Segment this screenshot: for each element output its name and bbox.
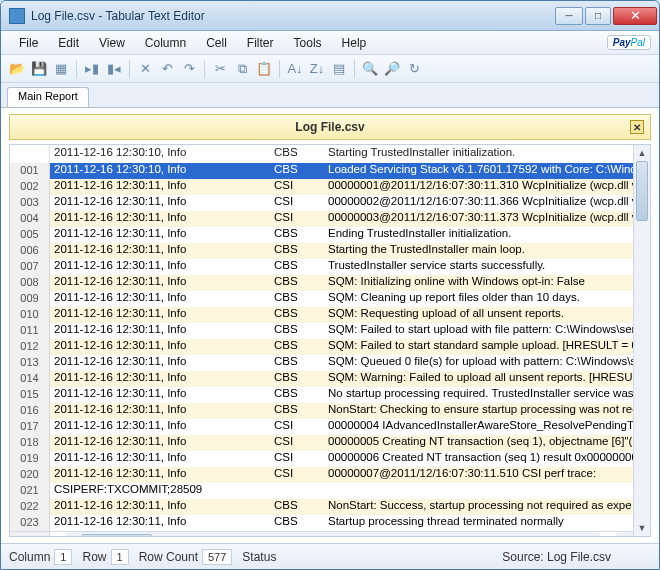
vertical-scrollbar[interactable]: ▲ ▼ [633,145,650,536]
zoom-out-icon[interactable]: 🔎 [382,59,402,79]
cell-message[interactable]: SQM: Requesting upload of all unsent rep… [322,307,633,323]
horizontal-scrollbar[interactable]: ◀ ▶ [10,531,633,536]
cell-source[interactable]: CSI [272,451,322,467]
sort-asc-icon[interactable]: A↓ [285,59,305,79]
maximize-button[interactable]: □ [585,7,611,25]
cell-message[interactable]: NonStart: Success, startup processing no… [322,499,633,515]
cell-source[interactable]: CSI [272,195,322,211]
cell-source[interactable]: CBS [272,243,322,259]
paste-icon[interactable]: 📋 [254,59,274,79]
open-icon[interactable]: 📂 [7,59,27,79]
delete-icon[interactable]: ✕ [135,59,155,79]
cell-source[interactable]: CBS [272,339,322,355]
cell-message[interactable]: SQM: Failed to start standard sample upl… [322,339,633,355]
cell-time[interactable]: 2011-12-16 12:30:11, Info [50,323,272,339]
grid-icon[interactable]: ▤ [329,59,349,79]
table-row[interactable]: 0092011-12-16 12:30:11, InfoCBSSQM: Clea… [10,291,633,307]
paypal-badge[interactable]: PayPal [607,35,651,50]
table-row[interactable]: 0182011-12-16 12:30:11, InfoCSI00000005 … [10,435,633,451]
cell-source[interactable]: CSI [272,179,322,195]
sort-desc-icon[interactable]: Z↓ [307,59,327,79]
cell-time[interactable]: 2011-12-16 12:30:11, Info [50,451,272,467]
table-row[interactable]: 0152011-12-16 12:30:11, InfoCBSNo startu… [10,387,633,403]
table-row[interactable]: 0042011-12-16 12:30:11, InfoCSI00000003@… [10,211,633,227]
cell-source[interactable]: CBS [272,163,322,179]
menu-view[interactable]: View [89,33,135,53]
menu-filter[interactable]: Filter [237,33,284,53]
table-row[interactable]: 0112011-12-16 12:30:11, InfoCBSSQM: Fail… [10,323,633,339]
table-row[interactable]: 0012011-12-16 12:30:10, InfoCBSLoaded Se… [10,163,633,179]
cell-message[interactable]: 00000003@2011/12/16:07:30:11.373 WcpInit… [322,211,633,227]
cell-time[interactable]: 2011-12-16 12:30:11, Info [50,227,272,243]
table-row[interactable]: 0132011-12-16 12:30:11, InfoCBSSQM: Queu… [10,355,633,371]
cell-time[interactable]: 2011-12-16 12:30:11, Info [50,419,272,435]
table-row[interactable]: 0172011-12-16 12:30:11, InfoCSI00000004 … [10,419,633,435]
copy-icon[interactable]: ⧉ [232,59,252,79]
cell-source[interactable]: CBS [272,307,322,323]
table-row[interactable]: 0082011-12-16 12:30:11, InfoCBSSQM: Init… [10,275,633,291]
redo-icon[interactable]: ↷ [179,59,199,79]
run-end-icon[interactable]: ▮◂ [104,59,124,79]
menu-column[interactable]: Column [135,33,196,53]
cell-time[interactable]: 2011-12-16 12:30:11, Info [50,259,272,275]
cell-source[interactable]: CBS [272,323,322,339]
undo-icon[interactable]: ↶ [157,59,177,79]
cell-source[interactable]: CBS [272,371,322,387]
table-row[interactable]: 0202011-12-16 12:30:11, InfoCSI00000007@… [10,467,633,483]
cell-message[interactable]: 00000006 Created NT transaction (seq 1) … [322,451,633,467]
cell-time[interactable]: 2011-12-16 12:30:11, Info [50,387,272,403]
table-row[interactable]: 0102011-12-16 12:30:11, InfoCBSSQM: Requ… [10,307,633,323]
tab-main-report[interactable]: Main Report [7,87,89,107]
cell-message[interactable]: SQM: Failed to start upload with file pa… [322,323,633,339]
cell-time[interactable]: 2011-12-16 12:30:11, Info [50,499,272,515]
cell-time[interactable]: 2011-12-16 12:30:11, Info [50,195,272,211]
table-row[interactable]: 0072011-12-16 12:30:11, InfoCBSTrustedIn… [10,259,633,275]
cell-source[interactable]: CBS [272,355,322,371]
cell-message[interactable]: Ending TrustedInstaller initialization. [322,227,633,243]
cell-source[interactable] [272,483,322,499]
cell-message[interactable]: Loaded Servicing Stack v6.1.7601.17592 w… [322,163,633,179]
cell-message[interactable]: Starting the TrustedInstaller main loop. [322,243,633,259]
col-header-source[interactable]: CBS [272,145,322,163]
menu-edit[interactable]: Edit [48,33,89,53]
cell-time[interactable]: 2011-12-16 12:30:11, Info [50,307,272,323]
table-row[interactable]: 0052011-12-16 12:30:11, InfoCBSEnding Tr… [10,227,633,243]
cell-source[interactable]: CSI [272,419,322,435]
table-row[interactable]: 0222011-12-16 12:30:11, InfoCBSNonStart:… [10,499,633,515]
title-bar[interactable]: Log File.csv - Tabular Text Editor ─ □ ✕ [1,1,659,31]
cell-source[interactable]: CBS [272,403,322,419]
cell-message[interactable]: No startup processing required. TrustedI… [322,387,633,403]
col-header-time[interactable]: 2011-12-16 12:30:10, Info [50,145,272,163]
v-scroll-thumb[interactable] [636,161,648,221]
table-row[interactable]: 0232011-12-16 12:30:11, InfoCBSStartup p… [10,515,633,531]
table-row[interactable]: 0162011-12-16 12:30:11, InfoCBSNonStart:… [10,403,633,419]
cell-message[interactable]: SQM: Queued 0 file(s) for upload with pa… [322,355,633,371]
table-row[interactable]: 0142011-12-16 12:30:11, InfoCBSSQM: Warn… [10,371,633,387]
refresh-icon[interactable]: ↻ [404,59,424,79]
cell-time[interactable]: 2011-12-16 12:30:11, Info [50,291,272,307]
cell-time[interactable]: CSIPERF:TXCOMMIT;28509 [50,483,272,499]
cell-message[interactable]: 00000007@2011/12/16:07:30:11.510 CSI per… [322,467,633,483]
cell-time[interactable]: 2011-12-16 12:30:11, Info [50,211,272,227]
zoom-in-icon[interactable]: 🔍 [360,59,380,79]
save-icon[interactable]: 💾 [29,59,49,79]
cell-time[interactable]: 2011-12-16 12:30:11, Info [50,243,272,259]
cell-source[interactable]: CBS [272,291,322,307]
cell-message[interactable] [322,483,633,499]
h-scroll-thumb[interactable] [82,534,152,536]
cell-message[interactable]: TrustedInstaller service starts successf… [322,259,633,275]
cell-source[interactable]: CSI [272,211,322,227]
cell-time[interactable]: 2011-12-16 12:30:10, Info [50,163,272,179]
close-button[interactable]: ✕ [613,7,657,25]
cell-message[interactable]: 00000004 IAdvancedInstallerAwareStore_Re… [322,419,633,435]
cell-time[interactable]: 2011-12-16 12:30:11, Info [50,355,272,371]
cell-message[interactable]: SQM: Initializing online with Windows op… [322,275,633,291]
cell-source[interactable]: CSI [272,467,322,483]
menu-tools[interactable]: Tools [284,33,332,53]
cell-time[interactable]: 2011-12-16 12:30:11, Info [50,467,272,483]
cell-message[interactable]: 00000005 Creating NT transaction (seq 1)… [322,435,633,451]
minimize-button[interactable]: ─ [555,7,583,25]
cell-time[interactable]: 2011-12-16 12:30:11, Info [50,339,272,355]
cell-message[interactable]: Startup processing thread terminated nor… [322,515,633,531]
cell-source[interactable]: CBS [272,515,322,531]
